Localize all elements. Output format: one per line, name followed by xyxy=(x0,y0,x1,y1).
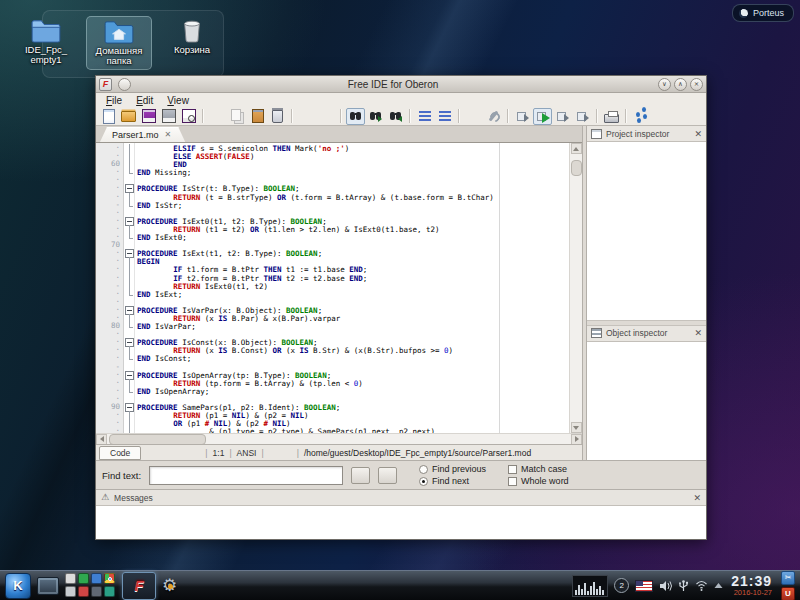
desktop-icon-ide-fpc-empty1[interactable]: IDE_Fpc_empty1 xyxy=(14,16,78,70)
find-button-1[interactable] xyxy=(351,467,370,484)
tab-close-icon[interactable]: ✕ xyxy=(165,130,172,139)
menu-view[interactable]: View xyxy=(161,95,195,106)
title-bar[interactable]: F Free IDE for Oberon ∨ ∧ × xyxy=(96,76,706,93)
vertical-scroll-thumb[interactable] xyxy=(571,160,582,176)
show-desktop-button[interactable] xyxy=(37,577,59,595)
notifier-badge[interactable]: 2 xyxy=(614,578,629,593)
match-case-checkbox[interactable] xyxy=(508,465,517,474)
task-free-ide[interactable]: F xyxy=(122,572,156,600)
trace-icon[interactable] xyxy=(631,108,650,125)
project-inspector-close-icon[interactable]: ✕ xyxy=(694,129,702,139)
vertical-scrollbar[interactable] xyxy=(569,143,582,433)
find-button-2[interactable] xyxy=(378,467,397,484)
keyboard-layout-flag-icon[interactable] xyxy=(635,580,653,592)
project-inspector-header[interactable]: Project inspector ✕ xyxy=(587,126,706,142)
delete-icon[interactable] xyxy=(268,108,287,125)
project-inspector-icon xyxy=(591,129,602,139)
build-icon[interactable] xyxy=(464,108,483,125)
object-inspector-body[interactable] xyxy=(587,342,706,460)
scroll-down-button[interactable] xyxy=(571,422,582,433)
tab-parser1[interactable]: Parser1.mo ✕ xyxy=(100,127,185,142)
code-editor[interactable]: ··60····-····70····-····80····-····90···… xyxy=(96,143,582,433)
quick-launch-icon-5[interactable] xyxy=(65,586,76,597)
save-as-icon[interactable] xyxy=(179,108,198,125)
minimize-button[interactable]: ∨ xyxy=(658,78,671,91)
horizontal-scroll-thumb[interactable] xyxy=(109,434,206,445)
object-inspector-header[interactable]: Object inspector ✕ xyxy=(587,326,706,342)
run-icon[interactable] xyxy=(533,108,552,125)
copy-icon[interactable] xyxy=(228,108,247,125)
k-menu-button[interactable]: K xyxy=(5,573,31,599)
scroll-right-button[interactable] xyxy=(571,434,582,445)
fold-toggle-icon[interactable] xyxy=(124,403,134,411)
whole-word-option[interactable]: Whole word xyxy=(508,476,569,486)
quick-launch-icon-4[interactable] xyxy=(104,573,115,584)
step-out-icon[interactable] xyxy=(573,108,592,125)
find-icon[interactable] xyxy=(346,108,365,125)
cpu-monitor-widget[interactable] xyxy=(572,575,608,597)
maximize-button[interactable]: ∧ xyxy=(674,78,687,91)
menu-edit[interactable]: Edit xyxy=(130,95,159,106)
mode-tab-code[interactable]: Code xyxy=(99,446,141,460)
horizontal-scrollbar[interactable] xyxy=(96,433,582,444)
quick-launch-icon-3[interactable] xyxy=(91,573,102,584)
clock-widget[interactable]: 21:39 2016-10-27 xyxy=(731,574,772,597)
open-folder-icon[interactable] xyxy=(119,108,138,125)
code-line: RETURN (p1 = NIL) & (p2 = NIL) xyxy=(137,411,569,419)
cut-icon[interactable] xyxy=(208,108,227,125)
fold-toggle-icon[interactable] xyxy=(124,184,134,192)
undo-icon[interactable] xyxy=(297,108,316,125)
fold-toggle-icon[interactable] xyxy=(124,249,134,257)
system-settings-icon[interactable]: ⚙ xyxy=(162,577,177,594)
messages-header[interactable]: ⚠ Messages ✕ xyxy=(96,490,706,506)
quick-launch-icon-1[interactable] xyxy=(65,573,76,584)
usb-device-icon[interactable] xyxy=(678,580,689,592)
menu-file[interactable]: File xyxy=(100,95,128,106)
quick-launch-icon-7[interactable] xyxy=(91,586,102,597)
whole-word-checkbox[interactable] xyxy=(508,477,517,486)
wifi-icon[interactable] xyxy=(695,580,708,591)
fold-toggle-icon[interactable] xyxy=(124,217,134,225)
object-inspector-close-icon[interactable]: ✕ xyxy=(694,328,702,338)
update-shield-tray-icon[interactable]: U xyxy=(781,587,795,600)
app-icon[interactable]: F xyxy=(99,78,112,91)
find-next-option[interactable]: Find next xyxy=(419,476,486,486)
find-next-radio[interactable] xyxy=(419,477,428,486)
volume-icon[interactable] xyxy=(659,580,672,592)
clipboard-tray-icon[interactable]: ✂ xyxy=(781,571,795,585)
save-all-icon[interactable] xyxy=(159,108,178,125)
project-inspector-body[interactable] xyxy=(587,142,706,320)
fold-toggle-icon[interactable] xyxy=(124,306,134,314)
code-area[interactable]: ELSIF s = S.semicolon THEN Mark('no ;') … xyxy=(135,143,569,433)
find-text-input[interactable] xyxy=(149,466,343,485)
close-button[interactable]: × xyxy=(690,78,703,91)
find-prev-icon[interactable] xyxy=(386,108,405,125)
messages-close-icon[interactable]: ✕ xyxy=(693,493,701,503)
tools-icon[interactable] xyxy=(484,108,503,125)
desktop-icon-home-folder[interactable]: Домашняяпапка xyxy=(86,16,152,70)
quick-launch-icon-2[interactable] xyxy=(78,573,89,584)
find-previous-option[interactable]: Find previous xyxy=(419,464,486,474)
outdent-icon[interactable] xyxy=(435,108,454,125)
paste-icon[interactable] xyxy=(248,108,267,125)
tray-expand-arrow-icon[interactable] xyxy=(714,582,723,589)
fold-toggle-icon[interactable] xyxy=(124,371,134,379)
quick-launch-icon-6[interactable] xyxy=(78,586,89,597)
save-icon[interactable] xyxy=(139,108,158,125)
desktop-icon-trash[interactable]: Корзина xyxy=(160,16,224,70)
code-folding-column[interactable] xyxy=(124,143,135,433)
redo-icon[interactable] xyxy=(317,108,336,125)
step-into-icon[interactable] xyxy=(553,108,572,125)
print-icon[interactable] xyxy=(602,108,621,125)
indent-icon[interactable] xyxy=(415,108,434,125)
quick-launch-icon-8[interactable] xyxy=(104,586,115,597)
find-next-icon[interactable] xyxy=(366,108,385,125)
find-previous-radio[interactable] xyxy=(419,465,428,474)
window-menu-button[interactable] xyxy=(118,78,131,91)
match-case-option[interactable]: Match case xyxy=(508,464,569,474)
scroll-left-button[interactable] xyxy=(96,434,107,445)
new-file-icon[interactable] xyxy=(99,108,118,125)
fold-toggle-icon[interactable] xyxy=(124,338,134,346)
scroll-up-button[interactable] xyxy=(571,143,582,154)
step-over-icon[interactable] xyxy=(513,108,532,125)
